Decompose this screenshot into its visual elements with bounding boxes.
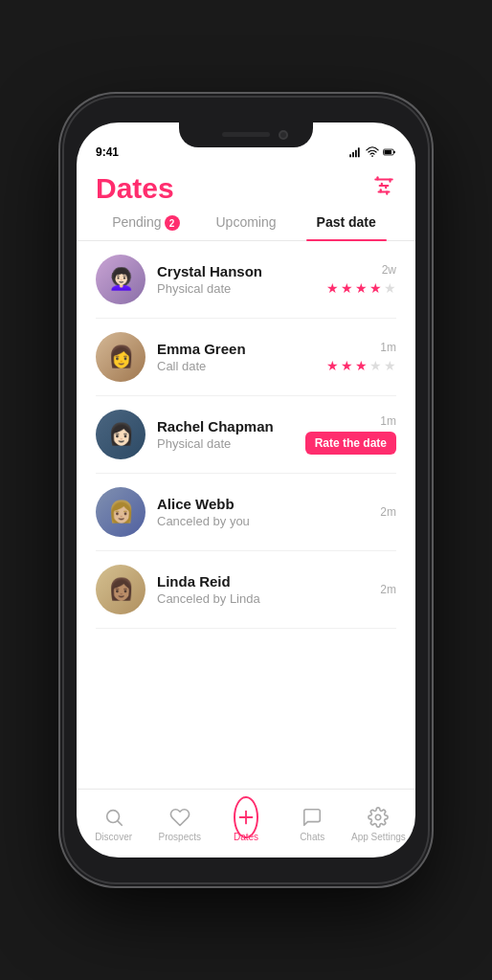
- nav-label-chats: Chats: [300, 832, 324, 842]
- date-meta: 1mRate the date: [305, 414, 396, 455]
- chat-icon: [301, 806, 324, 829]
- date-time: 2m: [380, 583, 396, 596]
- star-filled: ★: [369, 280, 382, 296]
- nav-item-dates[interactable]: Dates: [212, 800, 279, 848]
- date-item[interactable]: 👩🏻 Rachel Chapman Physical date 1mRate t…: [96, 396, 396, 474]
- date-info: Linda Reid Canceled by Linda: [157, 573, 369, 606]
- date-item[interactable]: 👩🏼 Alice Webb Canceled by you 2m: [96, 474, 396, 551]
- signal-icon: [348, 145, 362, 159]
- heart-icon: [168, 806, 191, 829]
- star-rating: ★★★★★: [326, 280, 396, 296]
- status-icons: [348, 145, 396, 159]
- svg-point-4: [371, 155, 373, 157]
- date-info: Rachel Chapman Physical date: [157, 418, 294, 451]
- date-meta: 1m★★★★★: [326, 341, 396, 373]
- tab-bar: Pending2 Upcoming Past date: [77, 205, 415, 241]
- svg-rect-2: [355, 150, 357, 158]
- star-empty: ★: [384, 280, 396, 296]
- date-name: Crystal Hanson: [157, 263, 315, 279]
- nav-label-dates: Dates: [234, 832, 258, 842]
- star-empty: ★: [369, 358, 382, 373]
- date-avatar: 👩🏽: [96, 565, 145, 614]
- nav-label-prospects: Prospects: [159, 832, 201, 842]
- svg-rect-1: [352, 152, 354, 157]
- nav-label-discover: Discover: [95, 832, 132, 842]
- nav-item-discover[interactable]: Discover: [80, 800, 146, 848]
- date-type: Call date: [157, 359, 315, 373]
- phone-wrapper: 9:41 Dates: [0, 0, 492, 980]
- filter-icon[interactable]: [371, 173, 396, 204]
- tab-upcoming[interactable]: Upcoming: [196, 214, 297, 240]
- phone-frame: 9:41 Dates: [64, 98, 428, 882]
- rate-date-button[interactable]: Rate the date: [305, 432, 396, 455]
- date-time: 1m: [380, 341, 396, 354]
- date-avatar: 👩🏻‍🦱: [96, 255, 145, 304]
- pending-badge: 2: [165, 215, 180, 231]
- date-name: Rachel Chapman: [157, 418, 294, 434]
- star-filled: ★: [341, 358, 353, 373]
- star-filled: ★: [326, 358, 339, 373]
- date-name: Alice Webb: [157, 496, 369, 512]
- status-time: 9:41: [96, 145, 119, 159]
- app-content: Dates: [77, 165, 415, 858]
- date-item[interactable]: 👩🏽 Linda Reid Canceled by Linda 2m: [96, 551, 396, 629]
- phone-screen: 9:41 Dates: [77, 122, 415, 858]
- star-filled: ★: [355, 358, 368, 373]
- date-time: 2w: [382, 263, 396, 277]
- date-time: 2m: [380, 505, 396, 519]
- plus-circle-icon: [235, 806, 257, 829]
- date-meta: 2w★★★★★: [326, 263, 396, 296]
- star-filled: ★: [326, 280, 339, 296]
- notch-camera: [279, 130, 288, 140]
- date-name: Emma Green: [157, 341, 315, 357]
- svg-rect-3: [358, 147, 360, 157]
- date-type: Physical date: [157, 281, 315, 296]
- nav-item-prospects[interactable]: Prospects: [146, 800, 212, 848]
- date-info: Crystal Hanson Physical date: [157, 263, 315, 296]
- bottom-nav: Discover Prospects: [77, 789, 415, 858]
- star-rating: ★★★★★: [326, 358, 396, 373]
- nav-item-chats[interactable]: Chats: [280, 800, 346, 848]
- tab-pending[interactable]: Pending2: [96, 214, 196, 240]
- date-avatar: 👩🏻: [96, 410, 145, 459]
- notch: [179, 122, 313, 147]
- date-list: 👩🏻‍🦱 Crystal Hanson Physical date 2w★★★★…: [77, 241, 415, 789]
- star-filled: ★: [341, 280, 353, 296]
- date-avatar: 👩: [96, 332, 145, 382]
- date-item[interactable]: 👩🏻‍🦱 Crystal Hanson Physical date 2w★★★★…: [96, 241, 396, 319]
- star-filled: ★: [355, 280, 368, 296]
- star-empty: ★: [384, 358, 396, 373]
- svg-rect-6: [393, 151, 395, 153]
- nav-item-settings[interactable]: App Settings: [346, 800, 412, 848]
- date-type: Canceled by Linda: [157, 591, 369, 606]
- wifi-icon: [366, 145, 379, 159]
- date-meta: 2m: [380, 583, 396, 596]
- date-meta: 2m: [380, 505, 396, 519]
- date-name: Linda Reid: [157, 573, 369, 590]
- date-info: Alice Webb Canceled by you: [157, 496, 369, 528]
- date-type: Physical date: [157, 436, 294, 451]
- date-time: 1m: [380, 414, 396, 428]
- search-icon: [102, 806, 125, 829]
- date-avatar: 👩🏼: [96, 487, 145, 537]
- header: Dates: [77, 165, 415, 205]
- svg-rect-7: [384, 150, 391, 154]
- date-item[interactable]: 👩 Emma Green Call date 1m★★★★★: [96, 319, 396, 396]
- notch-speaker: [222, 132, 270, 137]
- svg-point-21: [376, 814, 382, 820]
- battery-icon: [383, 145, 396, 159]
- tab-past-date[interactable]: Past date: [296, 214, 396, 240]
- svg-line-18: [118, 821, 122, 825]
- svg-rect-0: [349, 154, 351, 157]
- page-title: Dates: [96, 172, 174, 205]
- date-type: Canceled by you: [157, 514, 369, 528]
- gear-icon: [367, 806, 390, 829]
- date-info: Emma Green Call date: [157, 341, 315, 373]
- nav-label-settings: App Settings: [351, 832, 406, 842]
